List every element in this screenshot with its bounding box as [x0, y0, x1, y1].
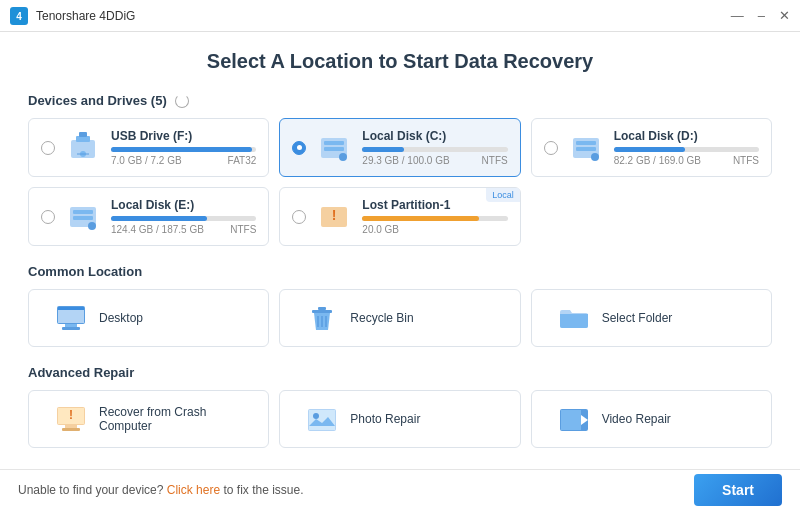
svg-rect-40	[561, 410, 581, 430]
crash-computer-icon: !	[53, 401, 89, 437]
refresh-icon[interactable]	[175, 94, 189, 108]
folder-icon	[556, 300, 592, 336]
footer-message: Unable to find your device? Click here t…	[18, 483, 304, 497]
recycle-bin-label: Recycle Bin	[350, 311, 413, 325]
drive-info-usb-f: USB Drive (F:) 7.0 GB / 7.2 GB FAT32	[111, 129, 256, 166]
photo-label: Photo Repair	[350, 412, 420, 426]
devices-section-header: Devices and Drives (5)	[28, 93, 772, 108]
progress-fill-local-d	[614, 147, 685, 152]
svg-rect-26	[312, 310, 332, 313]
drive-meta-local-c: 29.3 GB / 100.0 GB NTFS	[362, 155, 507, 166]
lost-partition-icon: !	[316, 199, 352, 235]
drive-name-local-c: Local Disk (C:)	[362, 129, 507, 143]
svg-rect-9	[324, 147, 344, 151]
close-button[interactable]: ✕	[779, 9, 790, 22]
drives-grid: USB Drive (F:) 7.0 GB / 7.2 GB FAT32 L	[28, 118, 772, 246]
svg-rect-12	[576, 141, 596, 145]
progress-fill-local-e	[111, 216, 207, 221]
footer-link[interactable]: Click here	[167, 483, 220, 497]
select-folder-label: Select Folder	[602, 311, 673, 325]
crash-label: Recover from Crash Computer	[99, 405, 254, 433]
location-card-photo[interactable]: Photo Repair	[279, 390, 520, 448]
drive-info-lost-partition: Lost Partition-1 20.0 GB	[362, 198, 507, 235]
progress-bg-usb-f	[111, 147, 256, 152]
drive-meta-local-e: 124.4 GB / 187.5 GB NTFS	[111, 224, 256, 235]
start-button[interactable]: Start	[694, 474, 782, 506]
svg-point-18	[88, 222, 96, 230]
drive-name-usb-f: USB Drive (F:)	[111, 129, 256, 143]
local-disk-d-icon	[568, 130, 604, 166]
desktop-icon	[53, 300, 89, 336]
video-repair-icon	[556, 401, 592, 437]
progress-bg-local-d	[614, 147, 759, 152]
drive-radio-lost-partition[interactable]	[292, 210, 306, 224]
progress-fill-lost-partition	[362, 216, 478, 221]
recycle-bin-icon	[304, 300, 340, 336]
progress-fill-local-c	[362, 147, 404, 152]
usb-drive-icon	[65, 130, 101, 166]
devices-label: Devices and Drives (5)	[28, 93, 167, 108]
footer-text: Unable to find your device?	[18, 483, 163, 497]
drive-meta-local-d: 82.2 GB / 169.0 GB NTFS	[614, 155, 759, 166]
svg-rect-25	[58, 307, 84, 310]
app-logo-icon: 4	[10, 7, 28, 25]
common-location-label: Common Location	[28, 264, 142, 279]
desktop-label: Desktop	[99, 311, 143, 325]
advanced-repair-label: Advanced Repair	[28, 365, 134, 380]
svg-rect-4	[79, 132, 87, 137]
drive-card-local-e[interactable]: Local Disk (E:) 124.4 GB / 187.5 GB NTFS	[28, 187, 269, 246]
drive-info-local-d: Local Disk (D:) 82.2 GB / 169.0 GB NTFS	[614, 129, 759, 166]
maximize-button[interactable]: –	[758, 9, 765, 22]
svg-text:!: !	[69, 408, 73, 422]
drive-card-local-d[interactable]: Local Disk (D:) 82.2 GB / 169.0 GB NTFS	[531, 118, 772, 177]
drive-card-lost-partition[interactable]: Local ! Lost Partition-1 20.0 GB	[279, 187, 520, 246]
svg-rect-13	[576, 147, 596, 151]
photo-repair-icon	[304, 401, 340, 437]
footer-suffix: to fix the issue.	[223, 483, 303, 497]
svg-text:!: !	[332, 207, 337, 223]
title-bar-left: 4 Tenorshare 4DDiG	[10, 7, 135, 25]
svg-rect-17	[73, 216, 93, 220]
progress-fill-usb-f	[111, 147, 252, 152]
drive-radio-usb-f[interactable]	[41, 141, 55, 155]
progress-bg-local-e	[111, 216, 256, 221]
advanced-repair-header: Advanced Repair	[28, 365, 772, 380]
drive-radio-local-c[interactable]	[292, 141, 306, 155]
svg-text:4: 4	[16, 11, 22, 22]
drive-radio-local-e[interactable]	[41, 210, 55, 224]
progress-bg-local-c	[362, 147, 507, 152]
svg-rect-37	[309, 410, 335, 430]
common-location-header: Common Location	[28, 264, 772, 279]
drive-name-local-e: Local Disk (E:)	[111, 198, 256, 212]
drive-radio-local-d[interactable]	[544, 141, 558, 155]
location-card-recycle-bin[interactable]: Recycle Bin	[279, 289, 520, 347]
svg-rect-34	[65, 425, 77, 428]
svg-point-10	[339, 153, 347, 161]
app-title: Tenorshare 4DDiG	[36, 9, 135, 23]
drive-info-local-c: Local Disk (C:) 29.3 GB / 100.0 GB NTFS	[362, 129, 507, 166]
title-bar: 4 Tenorshare 4DDiG — – ✕	[0, 0, 800, 32]
video-label: Video Repair	[602, 412, 671, 426]
location-card-select-folder[interactable]: Select Folder	[531, 289, 772, 347]
svg-point-14	[591, 153, 599, 161]
location-card-crash[interactable]: ! Recover from Crash Computer	[28, 390, 269, 448]
svg-rect-16	[73, 210, 93, 214]
local-badge: Local	[486, 188, 520, 202]
page-title: Select A Location to Start Data Recovery	[28, 50, 772, 73]
drive-name-local-d: Local Disk (D:)	[614, 129, 759, 143]
svg-rect-27	[318, 307, 326, 310]
common-location-grid: Desktop Recycle Bin Select Folder	[28, 289, 772, 347]
svg-rect-8	[324, 141, 344, 145]
progress-bg-lost-partition	[362, 216, 507, 221]
svg-rect-22	[65, 324, 77, 327]
drive-info-local-e: Local Disk (E:) 124.4 GB / 187.5 GB NTFS	[111, 198, 256, 235]
location-card-video[interactable]: Video Repair	[531, 390, 772, 448]
drive-card-usb-f[interactable]: USB Drive (F:) 7.0 GB / 7.2 GB FAT32	[28, 118, 269, 177]
svg-rect-35	[62, 428, 80, 431]
window-controls: — – ✕	[731, 9, 790, 22]
main-content: Select A Location to Start Data Recovery…	[0, 32, 800, 469]
drive-card-local-c[interactable]: Local Disk (C:) 29.3 GB / 100.0 GB NTFS	[279, 118, 520, 177]
location-card-desktop[interactable]: Desktop	[28, 289, 269, 347]
svg-rect-23	[62, 327, 80, 330]
minimize-button[interactable]: —	[731, 9, 744, 22]
